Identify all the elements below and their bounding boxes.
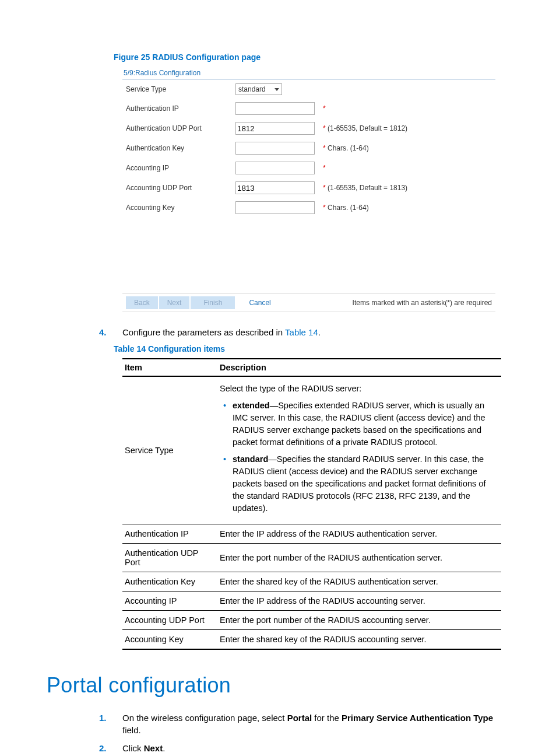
cell-item: Service Type [122,376,217,524]
portal-step-2: 2. Click Next. [93,742,509,754]
cell-item: Accounting Key [122,630,217,650]
bullet-extended: extended—Specifies extended RADIUS serve… [233,400,499,449]
label-acct-key: Accounting Key [122,200,233,215]
auth-port-input[interactable] [235,122,315,135]
label-acct-ip: Accounting IP [122,160,233,176]
hint-auth-ip: * [321,101,495,116]
radius-config-screenshot: 5/9:Radius Configuration Service Type st… [122,66,495,312]
table-row: Authentication Key Enter the shared key … [122,572,501,592]
hint-acct-key: * Chars. (1-64) [321,200,495,215]
back-button[interactable]: Back [126,296,158,309]
chevron-down-icon [275,88,279,91]
screenshot-title: 5/9:Radius Configuration [122,66,495,80]
table-row: Accounting Key Enter the shared key of t… [122,630,501,650]
portal-step2-post: . [163,743,165,753]
acct-key-input[interactable] [235,201,315,214]
hint-acct-ip: * [321,160,495,176]
form-grid: Service Type standard Authentication IP … [122,80,495,218]
label-auth-ip: Authentication IP [122,101,233,116]
cancel-button[interactable]: Cancel [236,296,283,309]
label-service-type: Service Type [122,82,233,97]
hint-acct-port: * (1-65535, Default = 1813) [321,180,495,195]
cell-item: Accounting IP [122,592,217,611]
bullet-standard: standard—Specifies the standard RADIUS s… [233,453,499,514]
portal-step1-b2: Primary Service Authentication Type [342,713,493,723]
th-desc: Description [217,359,501,376]
step4-text-post: . [318,327,321,337]
acct-ip-input[interactable] [235,162,315,174]
portal-step1-mid: for the [312,713,342,723]
figure-caption: Figure 25 RADIUS Configuration page [114,52,509,62]
next-button[interactable]: Next [159,296,190,309]
label-acct-port: Accounting UDP Port [122,180,233,195]
step4-text-pre: Configure the parameters as described in [122,327,285,337]
label-auth-key: Authentication Key [122,141,233,156]
label-auth-port: Authentication UDP Port [122,121,233,136]
hint-auth-key: * Chars. (1-64) [321,141,495,156]
step-number-1: 1. [93,712,122,736]
cell-desc-service-type: Select the type of the RADIUS server: ex… [217,376,501,524]
cell-desc: Enter the shared key of the RADIUS accou… [217,630,501,650]
portal-step1-b1: Portal [287,713,312,723]
hint-service-type [321,86,495,93]
service-type-value: standard [238,85,266,93]
portal-step1-pre: On the wireless configuration page, sele… [122,713,287,723]
table14-link[interactable]: Table 14 [285,327,318,337]
auth-ip-input[interactable] [235,102,315,115]
finish-button[interactable]: Finish [191,296,235,309]
footer-note: Items marked with an asterisk(*) are req… [353,299,492,307]
service-type-select[interactable]: standard [235,83,282,95]
acct-port-input[interactable] [235,181,315,194]
screenshot-footer: Back Next Finish Cancel Items marked wit… [122,293,495,312]
cell-desc: Enter the shared key of the RADIUS authe… [217,572,501,592]
portal-step2-pre: Click [122,743,144,753]
service-type-intro: Select the type of the RADIUS server: [220,383,499,395]
table-row: Accounting IP Enter the IP address of th… [122,592,501,611]
portal-step1-post: field. [122,725,141,735]
table-caption: Table 14 Configuration items [114,344,509,354]
cell-item: Authentication UDP Port [122,544,217,572]
hint-auth-port: * * (1-65535, Default = 1812)(1-65535, D… [321,121,495,136]
cell-item: Authentication IP [122,524,217,544]
auth-key-input[interactable] [235,142,315,155]
cell-desc: Enter the IP address of the RADIUS authe… [217,524,501,544]
step-number-2: 2. [93,742,122,754]
cell-item: Authentication Key [122,572,217,592]
portal-step-1: 1. On the wireless configuration page, s… [93,712,509,736]
section-heading-portal: Portal configuration [47,673,509,698]
cell-item: Accounting UDP Port [122,611,217,630]
portal-step2-b: Next [144,743,163,753]
cell-desc: Enter the IP address of the RADIUS accou… [217,592,501,611]
cell-desc: Enter the port number of the RADIUS acco… [217,611,501,630]
table-row: Authentication IP Enter the IP address o… [122,524,501,544]
step-number-4: 4. [93,326,122,338]
config-table: Item Description Service Type Select the… [122,358,501,650]
table-row: Accounting UDP Port Enter the port numbe… [122,611,501,630]
cell-desc: Enter the port number of the RADIUS auth… [217,544,501,572]
th-item: Item [122,359,217,376]
step-4: 4. Configure the parameters as described… [93,326,509,338]
table-row: Authentication UDP Port Enter the port n… [122,544,501,572]
table-row: Service Type Select the type of the RADI… [122,376,501,524]
